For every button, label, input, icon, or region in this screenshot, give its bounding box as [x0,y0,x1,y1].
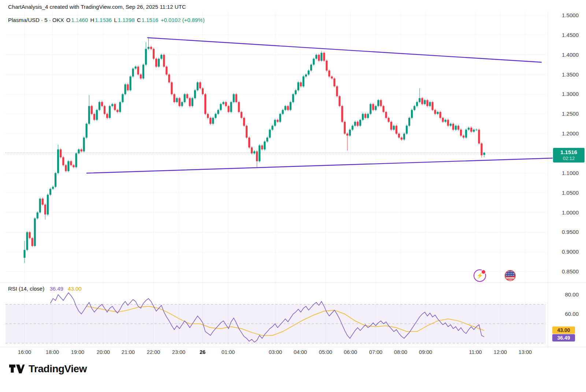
candle [470,127,472,133]
candle [81,148,82,153]
candle [468,127,470,131]
rsi-ma-badge: 43.00 [552,326,575,334]
time-axis-label: 23:00 [172,349,185,355]
candle [452,123,454,131]
candle [62,156,64,166]
candle [331,75,333,80]
candle [31,237,33,247]
candle [375,105,377,111]
candle [429,101,431,107]
candle [450,123,452,127]
time-axis-label: 11:00 [469,349,482,355]
candle [235,93,237,103]
candle [34,217,36,247]
candle [192,97,193,107]
candle [140,73,142,79]
candle [47,194,49,216]
tradingview-wordmark: TradingView [29,363,87,375]
candle [377,99,379,107]
candle [475,128,477,131]
candle [163,53,165,68]
price-axis-label: 1.3000 [562,91,579,97]
candle [310,63,312,72]
candle [57,145,59,174]
trendline[interactable] [148,38,541,62]
candle [158,57,160,68]
rsi-current-value: 36.49 [49,285,63,292]
candle [127,83,129,92]
candle [354,121,356,127]
time-axis-label: 21:00 [122,349,135,355]
candle [336,85,338,97]
candle [243,117,245,127]
rsi-title: RSI (14, close) [8,285,44,292]
candle [326,60,327,72]
candle [49,188,51,196]
candle [253,150,255,154]
price-axis-label: 1.4000 [562,52,579,58]
price-axis-label: 1.3500 [562,71,579,78]
candle [197,81,199,92]
candle [194,89,196,99]
candle [184,93,186,103]
time-axis-label: 13:00 [519,349,532,355]
candle [465,128,467,139]
candle [303,75,304,87]
candle [481,142,482,158]
candle [212,117,214,125]
rsi-band [5,305,546,343]
candle [292,93,294,103]
grid-lines [0,11,586,347]
candle [290,101,292,111]
candle [37,211,38,220]
candle [349,128,351,137]
rsi-axis-label: 60.00 [565,311,579,317]
candle [145,42,147,66]
candle [160,53,162,60]
candle [129,75,131,92]
candle [416,101,418,107]
candle [419,88,420,103]
chart-canvas[interactable]: 1.50001.45001.40001.35001.30001.25001.20… [0,0,586,392]
time-axis-label: 12:00 [494,349,507,355]
candle [390,121,392,131]
candle [220,103,222,111]
flash-alert-icon[interactable]: ⚡ [474,269,486,282]
candle [202,87,204,96]
time-axis[interactable]: 16:0018:0019:0020:0021:0022:0023:002601:… [18,349,532,355]
candle [207,113,209,119]
candle [460,128,462,137]
candle [277,119,278,123]
candle [287,105,289,111]
candle [341,105,343,123]
candle [114,103,116,111]
time-axis-label: 22:00 [147,349,160,355]
price-axis[interactable]: 1.50001.45001.40001.35001.30001.25001.20… [562,12,579,317]
candle [271,124,273,131]
candle [204,93,206,115]
candle [367,113,369,119]
time-axis-label: 18:00 [46,349,59,355]
candle [285,105,286,111]
candle [119,101,121,113]
candle [186,93,188,99]
candle [385,111,387,119]
price-axis-label: 1.4500 [562,32,579,38]
rsi-ma-value: 43.00 [68,285,82,292]
candle [111,103,113,107]
candle [251,146,253,155]
candle [42,198,44,206]
us-flag-icon[interactable] [505,270,516,281]
candle [116,109,118,113]
trendline[interactable] [87,158,552,173]
candle [137,66,139,76]
candle [93,113,95,121]
time-axis-label: 26 [200,349,205,355]
rsi-header[interactable]: RSI (14, close) 36.49 43.00 [8,285,82,292]
candle [217,109,219,115]
candle [457,124,459,131]
tradingview-logo[interactable]: TradingView [9,363,87,375]
candle [155,57,157,68]
time-axis-label: 20:00 [97,349,110,355]
candle [106,113,108,119]
